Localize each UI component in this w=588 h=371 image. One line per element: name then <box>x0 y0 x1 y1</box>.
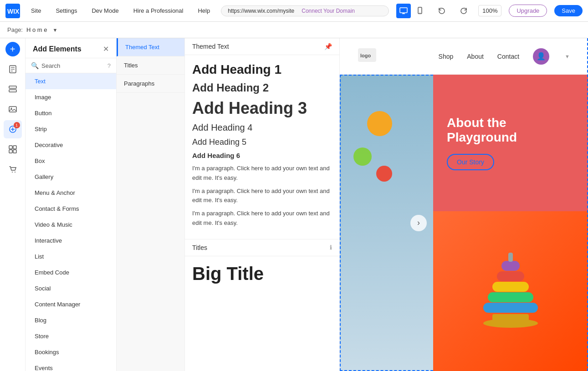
svg-rect-27 <box>488 292 533 302</box>
about-title: About thePlayground <box>447 116 574 145</box>
element-item-list[interactable]: List <box>26 249 116 264</box>
heading-6[interactable]: Add Heading 6 <box>192 152 332 159</box>
element-item-blog[interactable]: Blog <box>26 312 116 328</box>
redo-btn[interactable] <box>456 4 471 18</box>
themed-text-item[interactable]: Themed Text <box>117 38 184 56</box>
page-prefix: Page: <box>7 26 23 33</box>
svg-rect-28 <box>492 282 529 292</box>
search-area[interactable]: 🔍 Search ? <box>26 58 116 73</box>
hire-menu[interactable]: Hire a Professional <box>130 5 187 16</box>
top-bar: WIX Site Settings Dev Mode Hire a Profes… <box>0 0 588 22</box>
titles-label: Titles <box>192 244 207 251</box>
svg-point-21 <box>15 172 15 173</box>
element-item-bookings[interactable]: Bookings <box>26 344 116 360</box>
upgrade-button[interactable]: Upgrade <box>509 5 547 17</box>
heading-3[interactable]: Add Heading 3 <box>192 99 332 118</box>
sidebar-apps-btn[interactable] <box>4 140 22 158</box>
sidebar-add-btn[interactable]: 1 <box>4 120 22 138</box>
nav-about[interactable]: About <box>467 53 484 60</box>
paragraph-1[interactable]: I'm a paragraph. Click here to add your … <box>192 164 332 183</box>
save-button[interactable]: Save <box>554 5 583 16</box>
headings-section: Add Heading 1 Add Heading 2 Add Heading … <box>185 55 339 239</box>
nav-user-icon[interactable]: 👤 <box>533 48 549 65</box>
dev-mode-menu[interactable]: Dev Mode <box>88 5 122 16</box>
heading-1[interactable]: Add Heading 1 <box>192 62 332 77</box>
content-panel-title: Themed Text <box>192 43 229 50</box>
element-item-store[interactable]: Store <box>26 328 116 344</box>
titles-item[interactable]: Titles <box>117 56 184 75</box>
site-logo: logo <box>358 48 376 65</box>
connect-domain-link[interactable]: Connect Your Domain <box>302 8 355 14</box>
svg-rect-9 <box>9 86 16 88</box>
nav-contact[interactable]: Contact <box>497 53 519 60</box>
element-item-events[interactable]: Events <box>26 360 116 371</box>
canvas-area: logo Shop About Contact 👤 ▼ <box>340 38 588 371</box>
element-item-gallery[interactable]: Gallery <box>26 169 116 185</box>
search-label: Search <box>41 62 60 69</box>
paragraph-3[interactable]: I'm a paragraph. Click here to add your … <box>192 209 332 228</box>
help-icon[interactable]: ? <box>107 62 111 69</box>
mobile-device-btn[interactable] <box>413 4 427 18</box>
sidebar-ecom-btn[interactable] <box>4 160 22 178</box>
titles-info-icon[interactable]: ℹ <box>330 244 332 251</box>
element-item-content-manager[interactable]: Content Manager <box>26 296 116 312</box>
heading-4[interactable]: Add Heading 4 <box>192 122 332 133</box>
close-icon[interactable]: ✕ <box>103 45 109 53</box>
sidebar-media-btn[interactable] <box>4 100 22 118</box>
url-bar[interactable]: https://www.wix.com/mysite Connect Your … <box>221 5 389 16</box>
icon-sidebar: + 1 <box>0 38 26 371</box>
wix-logo: WIX <box>5 4 20 18</box>
themed-text-panel: Themed Text Titles Paragraphs <box>117 38 185 371</box>
site-menu[interactable]: Site <box>27 5 45 16</box>
site-right-panel: About thePlayground Our Story <box>433 75 588 371</box>
sidebar-pages-btn[interactable] <box>4 60 22 78</box>
big-title[interactable]: Big Title <box>192 264 332 284</box>
heading-2[interactable]: Add Heading 2 <box>192 81 332 94</box>
element-item-decorative[interactable]: Decorative <box>26 137 116 153</box>
element-item-text[interactable]: Text <box>26 73 116 89</box>
element-item-social[interactable]: Social <box>26 280 116 296</box>
element-item-strip[interactable]: Strip <box>26 121 116 137</box>
heading-5[interactable]: Add Heading 5 <box>192 137 332 147</box>
sidebar-sections-btn[interactable] <box>4 80 22 98</box>
search-icon: 🔍 <box>31 62 39 69</box>
settings-menu[interactable]: Settings <box>52 5 81 16</box>
element-item-interactive[interactable]: Interactive <box>26 233 116 249</box>
element-item-button[interactable]: Button <box>26 105 116 121</box>
page-dropdown-icon[interactable]: ▼ <box>53 27 58 33</box>
panel-title: Add Elements <box>33 45 82 53</box>
svg-rect-25 <box>492 314 529 323</box>
undo-btn[interactable] <box>435 4 449 18</box>
site-nav: Shop About Contact 👤 ▼ <box>439 48 570 65</box>
panel-header-icons: ✕ <box>103 45 109 53</box>
site-left-panel: › <box>340 75 433 371</box>
paragraph-2[interactable]: I'm a paragraph. Click here to add your … <box>192 187 332 206</box>
site-content: › About thePlayground Our Story <box>340 75 588 371</box>
element-item-contact-forms[interactable]: Contact & Forms <box>26 201 116 217</box>
svg-rect-17 <box>13 146 16 149</box>
add-elements-panel: Add Elements ✕ 🔍 Search ? Text Image But… <box>26 38 117 371</box>
site-header: logo Shop About Contact 👤 ▼ <box>340 38 588 75</box>
rings-image <box>433 211 588 371</box>
content-panel-header: Themed Text 📌 <box>185 38 339 55</box>
paragraphs-item[interactable]: Paragraphs <box>117 75 184 93</box>
next-arrow-btn[interactable]: › <box>410 215 427 231</box>
add-elements-btn[interactable]: + <box>5 42 20 56</box>
desktop-device-btn[interactable] <box>396 4 411 18</box>
element-item-box[interactable]: Box <box>26 153 116 169</box>
nav-shop[interactable]: Shop <box>439 53 454 60</box>
element-item-video-music[interactable]: Video & Music <box>26 217 116 233</box>
element-item-image[interactable]: Image <box>26 89 116 105</box>
pin-icon[interactable]: 📌 <box>324 43 332 50</box>
svg-text:WIX: WIX <box>7 8 20 15</box>
main-layout: + 1 Add Elements ✕ 🔍 Searc <box>0 38 588 371</box>
svg-rect-26 <box>483 303 538 313</box>
nav-chevron-icon[interactable]: ▼ <box>565 54 570 59</box>
url-text: https://www.wix.com/mysite <box>228 8 294 14</box>
element-item-embed-code[interactable]: Embed Code <box>26 264 116 280</box>
our-story-btn[interactable]: Our Story <box>447 154 494 170</box>
zoom-control[interactable]: 100% <box>478 5 501 16</box>
content-panel: Themed Text 📌 Add Heading 1 Add Heading … <box>185 38 340 371</box>
element-item-menu-anchor[interactable]: Menu & Anchor <box>26 185 116 201</box>
help-menu[interactable]: Help <box>194 5 214 16</box>
